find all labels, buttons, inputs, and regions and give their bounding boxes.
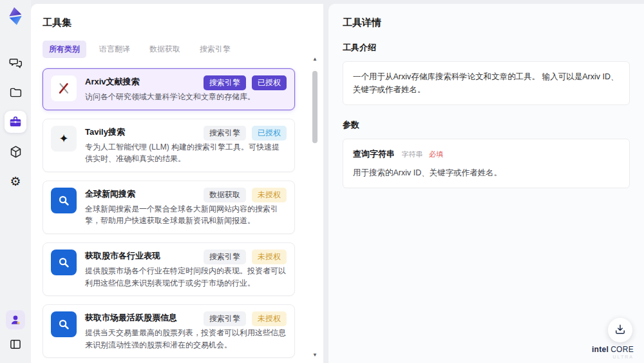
- tool-card-body: 获取市场最活跃股票信息 提供当天交易量最高的股票列表，投资者可以利用这些信息来识…: [85, 311, 287, 351]
- category-badge: 搜索引擎: [204, 126, 246, 141]
- tool-card[interactable]: 全球新闻搜索 全球新闻搜索是一个聚合全球各大新闻网站内容的搜索引擎，帮助用户快速…: [43, 181, 295, 234]
- tool-card-body: Tavily搜索 专为人工智能代理 (LLM) 构建的搜索引擎工具。可快速提供实…: [85, 126, 287, 165]
- tool-card[interactable]: 获取市场最活跃股票信息 提供当天交易量最高的股票列表，投资者可以利用这些信息来识…: [43, 304, 295, 358]
- panel-toggle-button[interactable]: [5, 333, 26, 355]
- tool-tags: 搜索引擎 已授权: [204, 126, 287, 141]
- tool-description: 提供当天交易量最高的股票列表，投资者可以利用这些信息来识别流动性强的股票和潜在的…: [85, 327, 287, 351]
- sidebar-bottom: [5, 310, 26, 363]
- tool-card[interactable]: ✦ Tavily搜索 专为人工智能代理 (LLM) 构建的搜索引擎工具。可快速提…: [43, 119, 295, 172]
- category-badge: 搜索引擎: [204, 311, 246, 326]
- auth-status-badge: 已授权: [252, 126, 287, 141]
- tab-search-engine[interactable]: 搜索引擎: [193, 41, 237, 58]
- category-badge: 搜索引擎: [204, 250, 246, 264]
- auth-status-badge: 未授权: [252, 311, 287, 326]
- toolbox-icon: [8, 115, 23, 129]
- download-icon: [614, 323, 627, 338]
- scrollbar-thumb[interactable]: [312, 71, 317, 143]
- param-description: 用于搜索的Arxiv ID、关键字或作者姓名。: [353, 166, 620, 179]
- sidebar-item-packages[interactable]: [5, 141, 26, 162]
- tool-card[interactable]: 获取股市各行业表现 提供股票市场各个行业在特定时间段内的表现。投资者可以利用这些…: [43, 242, 295, 296]
- category-badge: 数据获取: [204, 188, 246, 202]
- tab-data-fetching[interactable]: 数据获取: [143, 41, 187, 58]
- scrollbar-track[interactable]: [312, 63, 317, 353]
- tab-all-categories[interactable]: 所有类别: [43, 41, 86, 58]
- search-app-icon: [51, 250, 77, 275]
- sidebar-item-folder[interactable]: [5, 81, 26, 103]
- tool-card-body: Arxiv文献搜索 访问各个研究领域大量科学论文和文章的存储库。 搜索引擎 已授…: [85, 75, 287, 103]
- main-area: 工具集 所有类别 语言翻译 数据获取 搜索引擎 Arxiv文献搜索 访问各个研究…: [31, 4, 644, 363]
- user-icon: [9, 313, 22, 326]
- category-badge: 搜索引擎: [204, 75, 246, 90]
- sidebar: ⚙: [0, 0, 31, 363]
- tool-tags: 搜索引擎 未授权: [204, 311, 287, 326]
- tool-description: 提供股票市场各个行业在特定时间段内的表现。投资者可以利用这些信息来识别表现优于或…: [85, 265, 287, 289]
- details-title: 工具详情: [343, 17, 630, 29]
- tool-description: 专为人工智能代理 (LLM) 构建的搜索引擎工具。可快速提供实时、准确和真实的结…: [85, 141, 287, 165]
- page-title: 工具集: [43, 17, 307, 29]
- tool-card-body: 全球新闻搜索 全球新闻搜索是一个聚合全球各大新闻网站内容的搜索引擎，帮助用户快速…: [85, 188, 287, 227]
- auth-status-badge: 未授权: [252, 188, 287, 202]
- tab-language-translation[interactable]: 语言翻译: [93, 41, 137, 58]
- intro-heading: 工具介绍: [343, 42, 630, 54]
- tavily-star-icon: ✦: [51, 126, 77, 152]
- scroll-up-icon[interactable]: ▲: [312, 57, 317, 63]
- tool-tags: 搜索引擎 已授权: [204, 75, 287, 90]
- param-name: 查询字符串: [353, 149, 395, 159]
- sidebar-item-settings[interactable]: ⚙: [5, 170, 26, 192]
- gear-icon: ⚙: [10, 175, 21, 188]
- auth-status-badge: 未授权: [252, 250, 287, 264]
- list-scrollbar[interactable]: ▲ ▼: [311, 57, 319, 359]
- arxiv-logo-icon: [51, 75, 77, 101]
- params-heading: 参数: [343, 119, 630, 131]
- search-app-icon: [51, 188, 77, 213]
- download-button[interactable]: [608, 318, 632, 342]
- tool-tags: 搜索引擎 未授权: [204, 250, 287, 264]
- search-app-icon: [51, 311, 77, 337]
- tool-list: Arxiv文献搜索 访问各个研究领域大量科学论文和文章的存储库。 搜索引擎 已授…: [43, 68, 307, 363]
- intro-box: 一个用于从Arxiv存储库搜索科学论文和文章的工具。 输入可以是Arxiv ID…: [343, 61, 630, 105]
- sidebar-nav: ⚙: [5, 52, 26, 192]
- sidebar-item-chat[interactable]: [5, 52, 26, 74]
- sidebar-item-tools[interactable]: [5, 111, 26, 133]
- auth-status-badge: 已授权: [252, 75, 287, 90]
- folder-icon: [9, 86, 23, 99]
- cube-icon: [9, 145, 23, 159]
- brand-text: intelCORE: [592, 345, 634, 354]
- scroll-down-icon[interactable]: ▼: [312, 353, 317, 359]
- param-required-badge: 必填: [429, 150, 443, 158]
- tools-list-pane: 工具集 所有类别 语言翻译 数据获取 搜索引擎 Arxiv文献搜索 访问各个研究…: [31, 4, 323, 363]
- tool-card-body: 获取股市各行业表现 提供股票市场各个行业在特定时间段内的表现。投资者可以利用这些…: [85, 250, 287, 289]
- intel-core-logo: intelCORE ULTRA: [592, 345, 634, 359]
- tool-details-pane: 工具详情 工具介绍 一个用于从Arxiv存储库搜索科学论文和文章的工具。 输入可…: [328, 4, 644, 363]
- panel-toggle-icon: [9, 338, 22, 351]
- brand-sub-text: ULTRA: [592, 355, 634, 359]
- tool-description: 访问各个研究领域大量科学论文和文章的存储库。: [85, 91, 287, 103]
- app-logo-icon: [6, 6, 25, 26]
- tool-card[interactable]: Arxiv文献搜索 访问各个研究领域大量科学论文和文章的存储库。 搜索引擎 已授…: [43, 68, 295, 110]
- user-avatar-button[interactable]: [6, 310, 25, 329]
- intro-text: 一个用于从Arxiv存储库搜索科学论文和文章的工具。 输入可以是Arxiv ID…: [353, 72, 619, 94]
- param-type: 字符串: [401, 150, 422, 158]
- param-box: 查询字符串 字符串 必填 用于搜索的Arxiv ID、关键字或作者姓名。: [343, 139, 630, 188]
- tool-tags: 数据获取 未授权: [204, 188, 287, 202]
- param-header: 查询字符串 字符串 必填: [353, 148, 620, 161]
- chat-icon: [9, 56, 23, 70]
- tool-description: 全球新闻搜索是一个聚合全球各大新闻网站内容的搜索引擎，帮助用户快速获取全球最新资…: [85, 203, 287, 227]
- category-tabs: 所有类别 语言翻译 数据获取 搜索引擎: [43, 41, 307, 58]
